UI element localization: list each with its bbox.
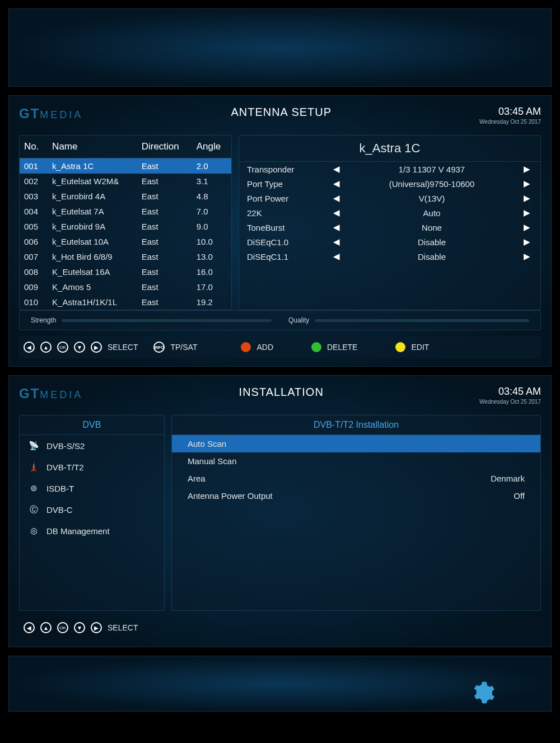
green-button[interactable] xyxy=(311,342,321,352)
clock-date: Wednesday Oct 25 2017 xyxy=(479,119,541,125)
dvb-label: DB Management xyxy=(46,526,110,536)
satellite-row[interactable]: 004k_Eutelsat 7AEast7.0 xyxy=(20,204,231,219)
dvb-item[interactable]: 🗼DVB-T/T2 xyxy=(20,456,164,478)
bottom-banner xyxy=(8,656,552,712)
logo: GTMEDIA xyxy=(19,386,83,401)
down-icon[interactable]: ▼ xyxy=(74,622,85,633)
option-row[interactable]: DiSEqC1.0◀Disable▶ xyxy=(239,235,540,249)
install-option[interactable]: Antenna Power OutputOff xyxy=(172,487,540,504)
ok-icon[interactable]: OK xyxy=(57,622,68,633)
add-label: ADD xyxy=(256,343,273,352)
install-option[interactable]: Auto Scan xyxy=(172,435,540,452)
arrow-right-icon[interactable]: ▶ xyxy=(521,222,533,232)
satellite-row[interactable]: 007k_Hot Bird 6/8/9East13.0 xyxy=(20,249,231,264)
satellite-row[interactable]: 008K_Eutelsat 16AEast16.0 xyxy=(20,264,231,279)
arrow-left-icon[interactable]: ◀ xyxy=(331,251,342,261)
option-label: DiSEqC1.1 xyxy=(247,252,331,261)
down-icon[interactable]: ▼ xyxy=(74,342,85,353)
option-row[interactable]: DiSEqC1.1◀Disable▶ xyxy=(239,249,540,264)
installation-screen: GTMEDIA INSTALLATION 03:45 AM Wednesday … xyxy=(8,375,552,647)
arrow-left-icon[interactable]: ◀ xyxy=(331,208,342,218)
quality-label: Quality xyxy=(288,316,309,324)
option-row[interactable]: Port Power◀V(13V)▶ xyxy=(239,191,540,205)
install-option-label: Area xyxy=(188,474,491,483)
dvb-sidebar: DVB 📡DVB-S/S2🗼DVB-T/T2⊚ISDB-TⒸDVB-C◎DB M… xyxy=(19,415,165,611)
option-row[interactable]: Port Type◀(Universal)9750-10600▶ xyxy=(239,176,540,191)
up-icon[interactable]: ▲ xyxy=(40,342,52,353)
arrow-left-icon[interactable]: ◀ xyxy=(331,193,342,203)
satellite-row[interactable]: 001k_Astra 1CEast2.0 xyxy=(20,158,231,174)
dvb-item[interactable]: ⒸDVB-C xyxy=(20,499,164,520)
install-option-label: Antenna Power Output xyxy=(188,491,514,501)
red-button[interactable] xyxy=(241,342,251,352)
arrow-left-icon[interactable]: ◀ xyxy=(331,164,342,174)
satellite-detail: k_Astra 1C Transponder◀1/3 11307 V 4937▶… xyxy=(239,135,541,310)
satellite-row[interactable]: 010K_Astra1H/1K/1LEast19.2 xyxy=(20,295,231,310)
option-row[interactable]: ToneBurst◀None▶ xyxy=(239,220,540,235)
clock-time: 03:45 AM xyxy=(479,106,541,118)
left-icon[interactable]: ◀ xyxy=(24,342,35,353)
install-option[interactable]: AreaDenmark xyxy=(172,470,540,487)
page-title: INSTALLATION xyxy=(239,386,324,399)
install-option-label: Manual Scan xyxy=(188,456,525,466)
satellite-row[interactable]: 003k_Eurobird 4AEast4.8 xyxy=(20,189,231,204)
dvb-item[interactable]: ⊚ISDB-T xyxy=(20,478,164,499)
option-value: Disable xyxy=(342,252,521,261)
satellite-row[interactable]: 009K_Amos 5East17.0 xyxy=(20,279,231,295)
clock-date: Wednesday Oct 25 2017 xyxy=(479,399,541,405)
footer-bar: ◀ ▲ OK ▼ ▶ SELECT INFO TP/SAT ADD DELETE… xyxy=(19,336,541,358)
option-value: V(13V) xyxy=(342,194,521,203)
dvb-icon: Ⓒ xyxy=(27,503,40,516)
col-name: Name xyxy=(48,135,137,158)
select-label: SELECT xyxy=(108,623,138,632)
option-value: None xyxy=(342,223,521,232)
yellow-button[interactable] xyxy=(395,342,405,352)
option-label: Port Power xyxy=(247,194,331,203)
tpsat-label: TP/SAT xyxy=(170,343,197,352)
left-icon[interactable]: ◀ xyxy=(24,622,35,633)
col-angle: Angle xyxy=(192,135,231,158)
option-label: Transponder xyxy=(247,165,331,174)
dvb-item[interactable]: ◎DB Management xyxy=(20,520,164,541)
dvb-label: DVB-S/S2 xyxy=(46,441,85,451)
dvb-item[interactable]: 📡DVB-S/S2 xyxy=(20,435,164,456)
arrow-right-icon[interactable]: ▶ xyxy=(521,208,533,218)
install-option[interactable]: Manual Scan xyxy=(172,452,540,470)
delete-label: DELETE xyxy=(327,343,357,352)
arrow-left-icon[interactable]: ◀ xyxy=(331,222,342,232)
arrow-right-icon[interactable]: ▶ xyxy=(521,237,533,247)
option-row[interactable]: 22K◀Auto▶ xyxy=(239,205,540,220)
install-header: DVB-T/T2 Installation xyxy=(172,415,540,435)
option-value: (Universal)9750-10600 xyxy=(342,179,521,189)
option-label: Port Type xyxy=(247,179,331,189)
dvb-icon: 📡 xyxy=(27,440,40,452)
satellite-row[interactable]: 006k_Eutelsat 10AEast10.0 xyxy=(20,234,231,249)
option-value: Auto xyxy=(342,208,521,218)
page-title: ANTENNA SETUP xyxy=(231,106,332,119)
clock: 03:45 AM Wednesday Oct 25 2017 xyxy=(479,106,541,125)
right-icon[interactable]: ▶ xyxy=(91,622,102,633)
select-label: SELECT xyxy=(108,343,138,352)
satellite-row[interactable]: 005k_Eurobird 9AEast9.0 xyxy=(20,219,231,234)
satellite-list: No. Name Direction Angle 001k_Astra 1CEa… xyxy=(19,135,232,310)
right-icon[interactable]: ▶ xyxy=(91,342,102,353)
ok-icon[interactable]: OK xyxy=(57,342,68,353)
dvb-label: DVB-T/T2 xyxy=(46,462,84,472)
arrow-right-icon[interactable]: ▶ xyxy=(521,193,533,203)
arrow-right-icon[interactable]: ▶ xyxy=(521,179,533,189)
info-icon[interactable]: INFO xyxy=(153,342,165,353)
dvb-label: DVB-C xyxy=(46,505,73,515)
clock: 03:45 AM Wednesday Oct 25 2017 xyxy=(479,386,541,405)
arrow-left-icon[interactable]: ◀ xyxy=(331,237,342,247)
option-label: ToneBurst xyxy=(247,223,331,232)
clock-time: 03:45 AM xyxy=(479,386,541,398)
arrow-right-icon[interactable]: ▶ xyxy=(521,164,533,174)
install-option-value: Denmark xyxy=(491,474,525,483)
strength-label: Strength xyxy=(31,316,56,324)
arrow-right-icon[interactable]: ▶ xyxy=(521,251,533,261)
up-icon[interactable]: ▲ xyxy=(40,622,52,633)
option-row[interactable]: Transponder◀1/3 11307 V 4937▶ xyxy=(239,162,540,176)
dvb-icon: ⊚ xyxy=(27,482,40,494)
arrow-left-icon[interactable]: ◀ xyxy=(331,179,342,189)
satellite-row[interactable]: 002k_Eutelsat W2M&East3.1 xyxy=(20,174,231,189)
